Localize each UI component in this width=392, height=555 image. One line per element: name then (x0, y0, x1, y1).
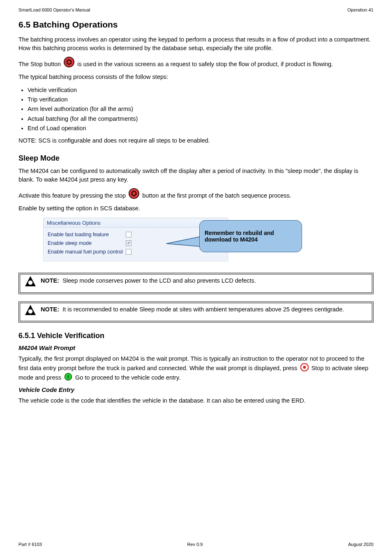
sleep-mode-para1: The M4204 can be configured to automatic… (18, 167, 374, 184)
wait-prompt-title: M4204 Wait Prompt (18, 344, 374, 351)
vehicle-code-text: The vehicle code is the code that identi… (18, 396, 374, 405)
go-icon (64, 373, 72, 381)
intro-paragraph: The batching process involves an operato… (18, 35, 374, 53)
caution-icon (24, 275, 37, 290)
option-label: Enable fast loading feature (48, 232, 126, 237)
manual-title: SmartLoad 6000 Operator's Manual (18, 7, 90, 12)
wait-prompt-paragraph: Typically, the first prompt displayed on… (18, 355, 374, 382)
batch-process-intro: The typical batching process consists of… (18, 73, 374, 81)
svg-point-10 (303, 366, 306, 369)
note-label: NOTE: (41, 306, 59, 313)
svg-point-6 (28, 281, 33, 285)
footer-date: August 2020 (348, 542, 374, 547)
footer-part: Part # 6103 (18, 542, 42, 547)
list-item: End of Load operation (28, 124, 374, 133)
page-footer: Part # 6103 Rev 0.9 August 2020 (18, 542, 374, 547)
note-label: NOTE: (41, 277, 59, 284)
svg-point-8 (28, 309, 33, 313)
callout: Remember to rebuild and download to M420… (199, 220, 302, 252)
stop-button-paragraph: The Stop button is used in the various s… (18, 57, 374, 69)
list-item: Trip verification (28, 95, 374, 104)
page-header: SmartLoad 6000 Operator's Manual Operati… (18, 0, 374, 12)
stop-icon (64, 57, 74, 67)
option-label: Enable sleep mode (48, 240, 126, 246)
note-box: NOTE: It is recommended to enable Sleep … (18, 302, 374, 323)
sleep-mode-para2-suffix: button at the first prompt of the batch … (142, 192, 291, 199)
note-text: Sleep mode conserves power to the LCD an… (62, 277, 256, 284)
misc-options-figure: Miscellaneous Options Enable fast loadin… (43, 218, 306, 267)
checkbox[interactable] (126, 232, 131, 237)
checkbox[interactable]: ✓ (126, 240, 131, 246)
sleep-mode-para2-prefix: Activate this feature by pressing the st… (18, 192, 127, 199)
stop-sentence-suffix: is used in the various screens as a requ… (77, 61, 333, 67)
list-item: Arm level authorization (for all the arm… (28, 104, 374, 114)
stop-word: Stop (311, 365, 324, 371)
steps-note: NOTE: SCS is configurable and does not r… (18, 136, 374, 145)
list-item: Vehicle verification (28, 85, 374, 95)
list-item: Actual batching (for all the compartment… (28, 114, 374, 124)
go-word: Go (75, 374, 83, 381)
svg-point-2 (129, 189, 139, 198)
svg-rect-12 (68, 375, 69, 379)
note-text: It is recommended to enable Sleep mode a… (62, 306, 344, 313)
wait-post: to proceed to the vehicle code entry. (85, 374, 180, 381)
page-label: Operation 41 (347, 7, 374, 12)
caution-icon (24, 304, 37, 319)
enable-text: Enable by setting the option in SCS data… (18, 204, 374, 213)
vehicle-verification-heading: 6.5.1 Vehicle Verification (18, 332, 374, 340)
footer-rev: Rev 0.9 (187, 542, 203, 547)
section-heading: 6.5 Batching Operations (18, 20, 374, 30)
callout-body: Remember to rebuild and download to M420… (199, 220, 302, 252)
sleep-mode-heading: Sleep Mode (18, 154, 374, 163)
callout-text: Remember to rebuild and download to M420… (205, 230, 297, 243)
steps-list: Vehicle verification Trip verification A… (28, 85, 374, 133)
note-box: NOTE: Sleep mode conserves power to the … (18, 273, 374, 294)
option-label: Enable manual fuel pump control (48, 249, 126, 255)
stop-icon (129, 188, 139, 199)
svg-marker-4 (166, 237, 200, 246)
stop-icon (300, 363, 309, 371)
svg-point-0 (64, 57, 74, 67)
sleep-mode-para2: Activate this feature by pressing the st… (18, 188, 374, 200)
checkbox[interactable] (126, 249, 131, 255)
stop-sentence-prefix: The Stop button (18, 61, 62, 67)
vehicle-code-title: Vehicle Code Entry (18, 386, 374, 393)
